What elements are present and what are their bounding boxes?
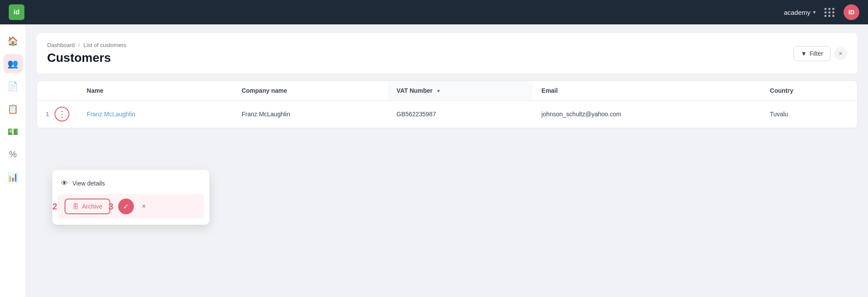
row-number: 1: [46, 111, 51, 118]
view-details-menu-item[interactable]: 👁 View details: [52, 174, 209, 192]
top-navigation: id academy ▾ ID: [0, 0, 868, 24]
sidebar-item-invoices[interactable]: 💵: [3, 122, 23, 141]
customers-table: Name Company name VAT Number ▼ Email Cou…: [37, 81, 857, 128]
archive-label: Archive: [82, 203, 103, 210]
sidebar-item-reports[interactable]: 📊: [3, 167, 23, 186]
page-header: Dashboard / List of customers Customers …: [37, 33, 858, 74]
cancel-x-icon: ×: [142, 202, 146, 210]
sidebar-item-home[interactable]: 🏠: [3, 31, 23, 51]
context-menu: 👁 View details 2 🗄 Archive 3 ✓: [52, 170, 209, 225]
col-num: [37, 81, 78, 101]
customer-name-link[interactable]: Franz McLaughlin: [87, 111, 135, 118]
app-logo: id: [9, 4, 24, 20]
view-details-label: View details: [72, 180, 105, 187]
step3-indicator: 3: [109, 202, 113, 212]
workspace-selector[interactable]: academy ▾: [784, 9, 816, 16]
customers-table-container: Name Company name VAT Number ▼ Email Cou…: [37, 81, 858, 128]
eye-icon: 👁: [61, 179, 68, 187]
archive-box-icon: 🗄: [72, 203, 79, 210]
row-email-cell: johnson_schultz@yahoo.com: [533, 101, 761, 128]
sidebar: 🏠 👥 📄 📋 💵 % 📊: [0, 24, 26, 297]
breadcrumb-dashboard[interactable]: Dashboard: [47, 42, 75, 48]
nav-right: academy ▾ ID: [784, 4, 859, 20]
close-filter-button[interactable]: ×: [834, 47, 847, 60]
sidebar-item-orders[interactable]: 📋: [3, 99, 23, 118]
main-content: Dashboard / List of customers Customers …: [26, 24, 868, 297]
checkmark-icon: ✓: [123, 202, 129, 211]
table-body: 1 ⋮ Franz McLaughlin Franz McLaughlin GB…: [37, 101, 857, 128]
confirm-archive-button[interactable]: ✓: [118, 199, 134, 214]
col-name-header: Name: [78, 81, 233, 101]
nav-left: id: [9, 4, 24, 20]
main-layout: 🏠 👥 📄 📋 💵 % 📊 Dashboard / List of custom…: [0, 24, 868, 297]
chevron-down-icon: ▾: [813, 9, 816, 15]
row-num-cell: 1 ⋮: [37, 101, 78, 128]
apps-grid-icon[interactable]: [824, 8, 835, 17]
archive-button[interactable]: 🗄 Archive: [65, 199, 110, 214]
avatar[interactable]: ID: [844, 4, 859, 20]
filter-button[interactable]: ▼ Filter: [793, 46, 830, 61]
filter-label: Filter: [810, 50, 823, 57]
sidebar-item-customers[interactable]: 👥: [3, 54, 23, 73]
col-country-header: Country: [761, 81, 857, 101]
row-vat-cell: GB562235987: [388, 101, 533, 128]
sidebar-item-documents[interactable]: 📄: [3, 77, 23, 96]
row-name-cell: Franz McLaughlin: [78, 101, 233, 128]
sort-icon: ▼: [436, 88, 441, 94]
breadcrumb-separator: /: [79, 42, 80, 48]
step2-indicator: 2: [52, 202, 57, 212]
page-title: Customers: [47, 51, 126, 65]
col-email-header: Email: [533, 81, 761, 101]
breadcrumb-current: List of customers: [83, 42, 126, 48]
archive-confirmation-row: 2 🗄 Archive 3 ✓ ×: [58, 194, 204, 219]
sidebar-item-discount[interactable]: %: [3, 145, 23, 164]
col-vat-header[interactable]: VAT Number ▼: [388, 81, 533, 101]
table-row: 1 ⋮ Franz McLaughlin Franz McLaughlin GB…: [37, 101, 857, 128]
workspace-label: academy: [784, 9, 810, 16]
row-actions-button[interactable]: ⋮: [55, 107, 69, 122]
header-left: Dashboard / List of customers Customers: [47, 42, 126, 65]
col-company-header: Company name: [233, 81, 388, 101]
breadcrumb: Dashboard / List of customers: [47, 42, 126, 48]
row-country-cell: Tuvalu: [761, 101, 857, 128]
cancel-archive-button[interactable]: ×: [137, 200, 150, 213]
filter-icon: ▼: [801, 50, 807, 57]
table-header: Name Company name VAT Number ▼ Email Cou…: [37, 81, 857, 101]
filter-group: ▼ Filter ×: [793, 46, 847, 61]
row-company-cell: Franz McLaughlin: [233, 101, 388, 128]
